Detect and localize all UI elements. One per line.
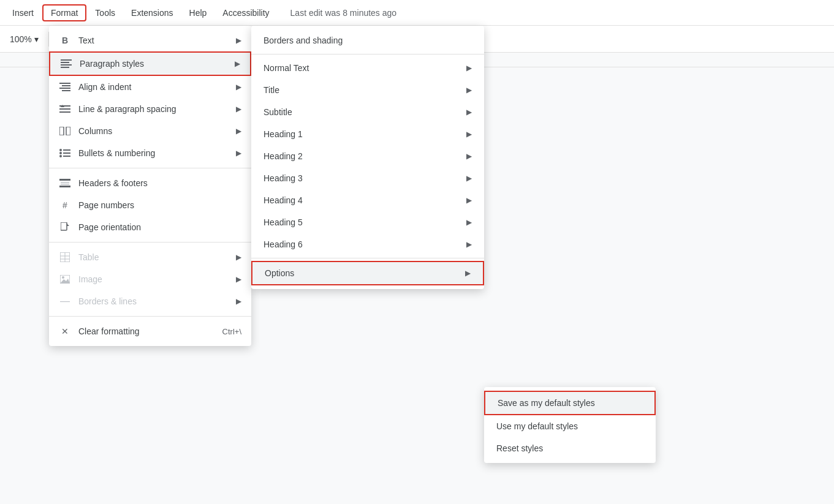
use-default-label: Use my default styles [496,421,578,431]
menu-divider-1 [49,168,251,168]
borders-shading-item[interactable]: Borders and shading [251,29,484,51]
menu-item-bullets[interactable]: Bullets & numbering ▶ [49,142,251,164]
text-label: Text [78,36,229,45]
menu-item-headers-footers[interactable]: Headers & footers [49,172,251,194]
options-label: Options [265,268,458,278]
menu-item-page-numbers[interactable]: # Page numbers [49,194,251,216]
title-label: Title [263,85,459,95]
subtitle-label: Subtitle [263,107,459,117]
line-spacing-arrow: ▶ [236,105,241,113]
svg-rect-10 [59,111,70,113]
columns-arrow: ▶ [236,127,241,135]
format-menu: B Text ▶ Paragraph styles ▶ [49,26,251,346]
heading-4-label: Heading 4 [263,195,459,205]
headers-footers-icon [59,177,71,189]
l3-use-default[interactable]: Use my default styles [484,415,656,437]
svg-rect-12 [59,127,64,135]
columns-icon [59,125,71,137]
l2-heading-3[interactable]: Heading 3 ▶ [251,167,484,189]
menu-item-line-spacing[interactable]: Line & paragraph spacing ▶ [49,98,251,120]
heading-5-label: Heading 5 [263,217,459,227]
l2-options[interactable]: Options ▶ [251,261,484,285]
table-label: Table [78,252,229,262]
menu-item-clear-formatting[interactable]: ✕ Clear formatting Ctrl+\ [49,320,251,342]
line-spacing-icon [59,103,71,115]
svg-rect-3 [61,67,69,68]
l2-heading-2[interactable]: Heading 2 ▶ [251,145,484,167]
borders-lines-arrow: ▶ [236,297,241,306]
options-menu: Save as my default styles Use my default… [484,387,656,463]
svg-rect-24 [61,222,67,230]
image-label: Image [78,274,229,284]
borders-lines-label: Borders & lines [78,296,229,306]
l2-heading-5[interactable]: Heading 5 ▶ [251,211,484,233]
svg-rect-6 [59,88,70,89]
clear-formatting-shortcut: Ctrl+\ [222,327,241,336]
image-icon [59,273,71,285]
svg-rect-9 [59,108,70,110]
svg-point-16 [59,152,62,154]
image-arrow: ▶ [236,275,241,284]
menu-accessibility[interactable]: Accessibility [215,6,276,20]
paragraph-styles-label: Paragraph styles [80,59,227,69]
svg-rect-7 [62,90,70,91]
page-numbers-icon: # [59,199,71,211]
l2-heading-6[interactable]: Heading 6 ▶ [251,233,484,255]
heading-1-arrow: ▶ [466,130,472,138]
svg-point-18 [59,155,62,157]
menu-extensions[interactable]: Extensions [124,6,180,20]
subtitle-arrow: ▶ [466,108,472,116]
l2-subtitle[interactable]: Subtitle ▶ [251,101,484,123]
heading-4-arrow: ▶ [466,196,472,205]
page-orientation-label: Page orientation [78,222,241,232]
paragraph-styles-menu: Borders and shading Normal Text ▶ Title … [251,26,484,289]
menu-divider-2 [49,242,251,243]
menu-item-columns[interactable]: Columns ▶ [49,120,251,142]
table-icon [59,251,71,263]
heading-6-arrow: ▶ [466,240,472,249]
save-default-label: Save as my default styles [498,398,595,408]
l2-heading-1[interactable]: Heading 1 ▶ [251,123,484,145]
bullets-label: Bullets & numbering [78,148,229,158]
svg-rect-1 [61,62,69,63]
clear-formatting-label: Clear formatting [78,326,215,336]
l2-heading-4[interactable]: Heading 4 ▶ [251,189,484,211]
menu-item-page-orientation[interactable]: Page orientation [49,216,251,238]
menu-divider-3 [49,316,251,317]
text-icon: B [59,34,71,47]
menu-format[interactable]: Format [42,4,86,21]
menu-help[interactable]: Help [182,6,214,20]
page-orientation-icon [59,221,71,233]
bullets-icon [59,147,71,159]
heading-6-label: Heading 6 [263,239,459,249]
bullets-arrow: ▶ [236,149,241,157]
l2-title[interactable]: Title ▶ [251,79,484,101]
menu-item-borders-lines: — Borders & lines ▶ [49,290,251,312]
svg-rect-13 [66,127,70,135]
svg-rect-22 [61,184,69,185]
normal-text-label: Normal Text [263,63,459,73]
l2-normal-text[interactable]: Normal Text ▶ [251,57,484,79]
svg-point-14 [59,149,62,151]
l3-save-default[interactable]: Save as my default styles [484,391,656,415]
l2-divider-1 [251,54,484,55]
menu-tools[interactable]: Tools [88,6,123,20]
l3-reset-styles[interactable]: Reset styles [484,437,656,459]
paragraph-styles-icon [60,58,72,70]
align-indent-arrow: ▶ [236,83,241,91]
svg-rect-4 [59,83,70,84]
normal-text-arrow: ▶ [466,64,472,72]
line-spacing-label: Line & paragraph spacing [78,104,229,114]
svg-point-30 [62,276,64,279]
zoom-control[interactable]: 100% ▾ [5,32,44,47]
svg-rect-19 [63,156,70,157]
heading-5-arrow: ▶ [466,218,472,227]
menu-item-paragraph-styles[interactable]: Paragraph styles ▶ [49,51,251,76]
menu-item-text[interactable]: B Text ▶ [49,29,251,51]
menu-item-align-indent[interactable]: Align & indent ▶ [49,76,251,98]
menu-insert[interactable]: Insert [5,6,41,20]
svg-rect-21 [61,182,69,183]
menu-bar: Insert Format Tools Extensions Help Acce… [0,0,834,26]
menu-item-image: Image ▶ [49,268,251,290]
svg-rect-2 [61,64,72,66]
